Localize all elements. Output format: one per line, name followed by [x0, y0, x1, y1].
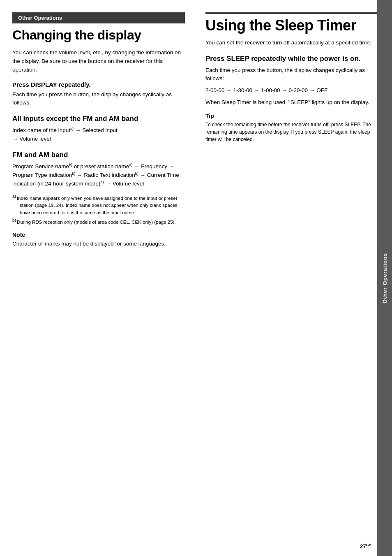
note-body: Character or marks may not be displayed …	[12, 240, 185, 248]
press-display-heading: Press DISPLAY repeatedly.	[12, 81, 185, 88]
press-sleep-note: When Sleep Timer is being used, "SLEEP" …	[205, 98, 380, 107]
vertical-label-container: Other Operations	[377, 0, 392, 556]
press-sleep-sequence: 2-00-00 → 1-30-00 → 1-00-00 → 0-30-00 → …	[205, 86, 380, 95]
footnote-a-label: a)	[12, 194, 16, 199]
all-inputs-sup1: a)	[70, 127, 74, 131]
section-label: Other Operations	[12, 12, 185, 23]
fm-am-text-body: Program Service name	[12, 163, 69, 169]
all-inputs-arrow1: → Selected input	[74, 127, 118, 133]
left-intro-text: You can check the volume level, etc., by…	[12, 49, 185, 74]
fm-am-heading: FM and AM band	[12, 151, 185, 159]
all-inputs-text1: Index name of the input	[12, 127, 70, 133]
press-sleep-body: Each time you press the button, the disp…	[205, 66, 380, 83]
page-number-value: 27	[360, 543, 366, 549]
right-main-title: Using the Sleep Timer	[205, 12, 380, 34]
fm-am-text5: → Volume level	[104, 181, 144, 187]
press-sleep-heading: Press SLEEP repeatedly while the power i…	[205, 55, 380, 63]
page-container: Other Operations Changing the display Yo…	[0, 0, 392, 556]
all-inputs-heading: All inputs except the FM and AM band	[12, 115, 185, 123]
note-heading: Note	[12, 232, 185, 238]
footnote-a-text: Index name appears only when you have as…	[17, 196, 178, 215]
page-suffix: GB	[366, 543, 372, 547]
fm-am-sup5: b)	[101, 180, 104, 184]
fm-am-sup1: b)	[69, 163, 72, 167]
all-inputs-body: Index name of the inputa) → Selected inp…	[12, 126, 185, 144]
fm-am-sup2: a)	[129, 163, 132, 167]
tip-heading: Tip	[205, 113, 380, 119]
page-number: 27GB	[360, 543, 371, 549]
right-intro-text: You can set the receiver to turn off aut…	[205, 39, 380, 47]
left-main-title: Changing the display	[12, 28, 185, 43]
fm-am-sup4: b)	[135, 171, 138, 176]
footnotes-container: a)Index name appears only when you have …	[12, 195, 185, 226]
left-column: Other Operations Changing the display Yo…	[12, 12, 197, 540]
right-column: Using the Sleep Timer You can set the re…	[197, 12, 380, 540]
all-inputs-line2: → Volume level	[12, 136, 51, 142]
fm-am-text3: → Radio Text indication	[75, 172, 135, 178]
press-display-body: Each time you press the button, the disp…	[12, 90, 185, 108]
vertical-label-text: Other Operations	[382, 253, 388, 303]
footnote-b: b)During RDS reception only (models of a…	[12, 219, 185, 226]
footnote-b-text: During RDS reception only (models of are…	[17, 220, 176, 225]
tip-body: To check the remaining time before the r…	[205, 121, 380, 143]
footnote-a: a)Index name appears only when you have …	[12, 195, 185, 216]
fm-am-text1: or preset station name	[72, 163, 129, 169]
fm-am-body: Program Service nameb) or preset station…	[12, 162, 185, 188]
footnote-b-label: b)	[12, 218, 16, 222]
